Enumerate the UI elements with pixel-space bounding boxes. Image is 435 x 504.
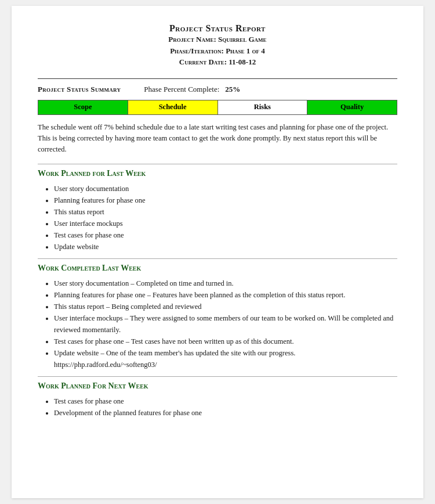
work-planned-last-week-list: User story documentation Planning featur… bbox=[54, 183, 397, 253]
project-name: Project Name: Squirrel Game bbox=[38, 34, 397, 45]
summary-text: The schedule went off 7% behind schedule… bbox=[38, 122, 397, 156]
work-completed-last-week-list: User story documentation – Completed on … bbox=[54, 278, 397, 370]
phase-percent-label: Phase Percent Complete: bbox=[144, 85, 219, 94]
section-divider-3 bbox=[38, 376, 397, 377]
list-item: Test cases for phase one bbox=[54, 395, 397, 407]
page-title: Project Status Report bbox=[38, 23, 397, 34]
page: Project Status Report Project Name: Squi… bbox=[12, 6, 423, 498]
list-item: This status report bbox=[54, 206, 397, 218]
work-planned-next-week-title: Work Planned For Next Week bbox=[38, 381, 397, 391]
current-date: Current Date: 11-08-12 bbox=[38, 56, 397, 68]
phase-percent-value: 25% bbox=[225, 85, 240, 94]
header-divider bbox=[38, 78, 397, 79]
list-item: Test cases for phase one – Test cases ha… bbox=[54, 336, 397, 347]
status-bar: Scope Schedule Risks Quality bbox=[38, 100, 397, 115]
list-item: This status report – Being completed and… bbox=[54, 301, 397, 312]
work-completed-last-week-title: Work Completed Last Week bbox=[38, 264, 397, 273]
list-item: User story documentation – Completed on … bbox=[54, 278, 397, 289]
list-item: Planning features for phase one – Featur… bbox=[54, 289, 397, 301]
status-bar-quality: Quality bbox=[307, 100, 397, 114]
status-summary-label: Project Status Summary bbox=[38, 85, 121, 94]
list-item: User story documentation bbox=[54, 183, 397, 195]
list-item: User interface mockups bbox=[54, 218, 397, 229]
work-planned-next-week-section: Work Planned For Next Week Test cases fo… bbox=[38, 381, 397, 419]
list-item: Development of the planned features for … bbox=[54, 407, 397, 419]
list-item: User interface mockups – They were assig… bbox=[54, 312, 397, 336]
work-planned-last-week-title: Work Planned for Last Week bbox=[38, 169, 397, 178]
list-item: Update website – One of the team member'… bbox=[54, 347, 397, 370]
header: Project Status Report Project Name: Squi… bbox=[38, 23, 397, 68]
status-bar-risks: Risks bbox=[218, 100, 308, 114]
work-planned-next-week-list: Test cases for phase one Development of … bbox=[54, 395, 397, 419]
work-planned-last-week-section: Work Planned for Last Week User story do… bbox=[38, 169, 397, 253]
work-completed-last-week-section: Work Completed Last Week User story docu… bbox=[38, 264, 397, 370]
phase-iteration: Phase/Iteration: Phase 1 of 4 bbox=[38, 45, 397, 57]
status-summary-row: Project Status Summary Phase Percent Com… bbox=[38, 85, 397, 94]
list-item: Test cases for phase one bbox=[54, 229, 397, 241]
status-bar-scope: Scope bbox=[38, 100, 128, 114]
status-bar-schedule: Schedule bbox=[128, 100, 218, 114]
list-item: Update website bbox=[54, 241, 397, 253]
section-divider-1 bbox=[38, 164, 397, 164]
section-divider-2 bbox=[38, 258, 397, 259]
list-item: Planning features for phase one bbox=[54, 195, 397, 206]
